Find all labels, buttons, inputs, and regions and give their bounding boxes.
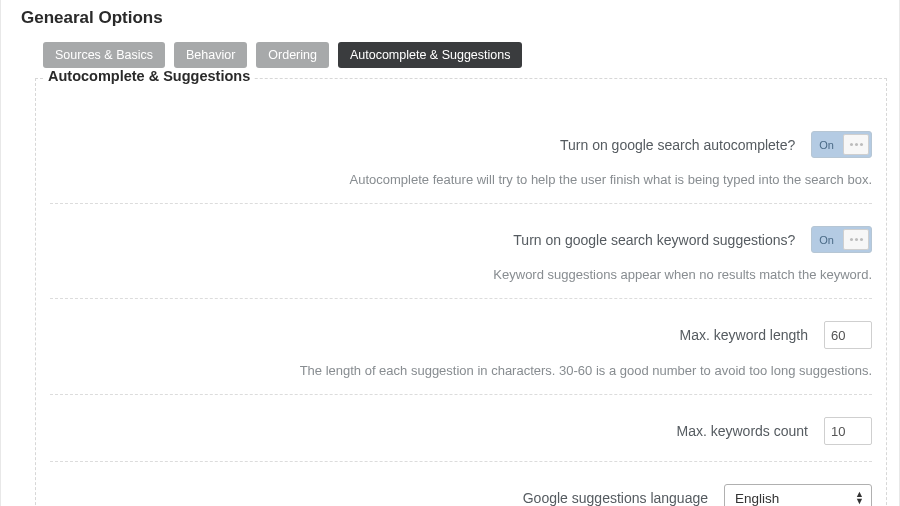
label-keyword-suggestions: Turn on google search keyword suggestion… bbox=[513, 232, 795, 248]
tabs: Sources & Basics Behavior Ordering Autoc… bbox=[21, 42, 893, 68]
row-autocomplete: Turn on google search autocomplete? On A… bbox=[50, 109, 872, 204]
help-autocomplete: Autocomplete feature will try to help th… bbox=[50, 172, 872, 187]
row-language: Google suggestions language English ▲▼ bbox=[50, 462, 872, 506]
tab-behavior[interactable]: Behavior bbox=[174, 42, 247, 68]
field-keyword-suggestions: Turn on google search keyword suggestion… bbox=[50, 226, 872, 253]
label-max-keywords-count: Max. keywords count bbox=[677, 423, 809, 439]
tab-ordering[interactable]: Ordering bbox=[256, 42, 329, 68]
field-autocomplete: Turn on google search autocomplete? On bbox=[50, 131, 872, 158]
tab-autocomplete-suggestions[interactable]: Autocomplete & Suggestions bbox=[338, 42, 523, 68]
help-keyword-suggestions: Keyword suggestions appear when no resul… bbox=[50, 267, 872, 282]
section-autocomplete-suggestions: Autocomplete & Suggestions Turn on googl… bbox=[35, 78, 887, 506]
input-max-keyword-length[interactable] bbox=[824, 321, 872, 349]
toggle-keyword-suggestions[interactable]: On bbox=[811, 226, 872, 253]
toggle-autocomplete[interactable]: On bbox=[811, 131, 872, 158]
row-max-keyword-length: Max. keyword length The length of each s… bbox=[50, 299, 872, 395]
select-language[interactable]: English bbox=[724, 484, 872, 506]
input-max-keywords-count[interactable] bbox=[824, 417, 872, 445]
field-language: Google suggestions language English ▲▼ bbox=[50, 484, 872, 506]
help-max-keyword-length: The length of each suggestion in charact… bbox=[50, 363, 872, 378]
toggle-knob-icon bbox=[843, 134, 869, 155]
label-autocomplete: Turn on google search autocomplete? bbox=[560, 137, 795, 153]
toggle-keyword-suggestions-state: On bbox=[812, 234, 841, 246]
section-legend: Autocomplete & Suggestions bbox=[44, 68, 254, 84]
field-max-keywords-count: Max. keywords count bbox=[50, 417, 872, 445]
settings-panel: Genearal Options Sources & Basics Behavi… bbox=[0, 0, 900, 506]
page-title: Genearal Options bbox=[21, 0, 893, 42]
row-max-keywords-count: Max. keywords count bbox=[50, 395, 872, 462]
tab-sources-basics[interactable]: Sources & Basics bbox=[43, 42, 165, 68]
label-language: Google suggestions language bbox=[523, 490, 708, 506]
label-max-keyword-length: Max. keyword length bbox=[680, 327, 808, 343]
row-keyword-suggestions: Turn on google search keyword suggestion… bbox=[50, 204, 872, 299]
select-wrap-language: English ▲▼ bbox=[724, 484, 872, 506]
field-max-keyword-length: Max. keyword length bbox=[50, 321, 872, 349]
toggle-knob-icon bbox=[843, 229, 869, 250]
toggle-autocomplete-state: On bbox=[812, 139, 841, 151]
